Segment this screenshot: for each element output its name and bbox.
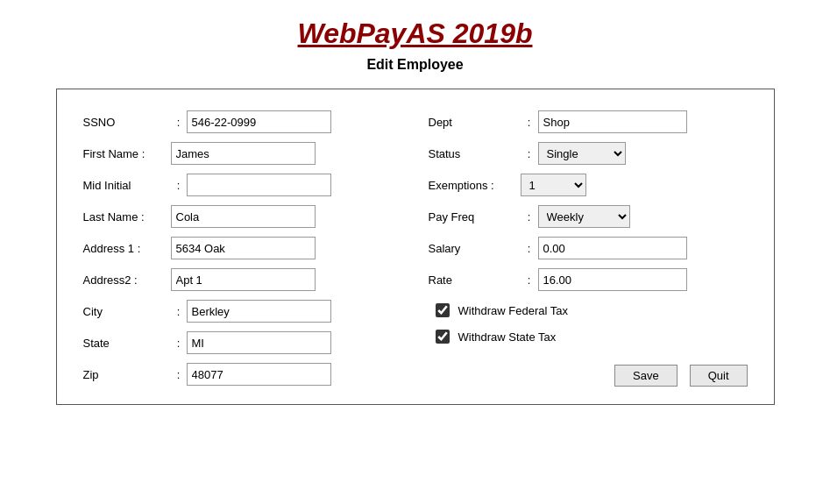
save-button[interactable]: Save bbox=[614, 365, 677, 387]
address1-input[interactable] bbox=[171, 237, 316, 259]
page-heading: Edit Employee bbox=[366, 57, 463, 73]
last-name-input[interactable] bbox=[171, 205, 316, 228]
city-input[interactable] bbox=[187, 300, 331, 323]
status-row: Status : Single Married Head of Househol… bbox=[429, 142, 748, 165]
salary-label: Salary bbox=[429, 242, 521, 255]
app-title: WebPayAS 2019b bbox=[298, 18, 533, 50]
pay-freq-label: Pay Freq bbox=[429, 210, 521, 224]
state-row: State : bbox=[83, 331, 402, 354]
withdraw-federal-label: Withdraw Federal Tax bbox=[458, 304, 568, 317]
mid-initial-row: Mid Initial : bbox=[83, 174, 402, 196]
pay-freq-select[interactable]: Weekly Bi-Weekly Semi-Monthly Monthly bbox=[538, 205, 630, 228]
right-column: Dept : Status : Single Married Head of H… bbox=[429, 110, 748, 387]
left-column: SSNO : First Name : Mid Initial : Last N… bbox=[83, 110, 402, 387]
city-row: City : bbox=[83, 300, 402, 323]
first-name-row: First Name : bbox=[83, 142, 402, 165]
address1-row: Address 1 : bbox=[83, 237, 402, 259]
withdraw-state-checkbox[interactable] bbox=[436, 330, 450, 344]
ssno-input[interactable] bbox=[187, 110, 331, 133]
button-row: Save Quit bbox=[429, 365, 748, 387]
rate-row: Rate : bbox=[429, 268, 748, 291]
last-name-label: Last Name : bbox=[83, 210, 171, 224]
exemptions-row: Exemptions : 0 1 2 3 4 5 bbox=[429, 174, 748, 196]
zip-input[interactable] bbox=[187, 363, 331, 386]
dept-label: Dept bbox=[429, 116, 521, 129]
mid-initial-label: Mid Initial bbox=[83, 179, 171, 192]
mid-initial-input[interactable] bbox=[187, 174, 331, 196]
zip-label: Zip bbox=[83, 368, 171, 381]
withdraw-state-label: Withdraw State Tax bbox=[458, 330, 557, 344]
withdraw-federal-checkbox[interactable] bbox=[436, 303, 450, 317]
rate-input[interactable] bbox=[538, 268, 687, 291]
exemptions-label: Exemptions : bbox=[429, 179, 521, 192]
first-name-label: First Name : bbox=[83, 147, 171, 160]
status-select[interactable]: Single Married Head of Household bbox=[538, 142, 626, 165]
form-container: SSNO : First Name : Mid Initial : Last N… bbox=[56, 89, 775, 405]
state-label: State bbox=[83, 337, 171, 350]
exemptions-select[interactable]: 0 1 2 3 4 5 bbox=[521, 174, 586, 196]
rate-label: Rate bbox=[429, 273, 521, 287]
dept-row: Dept : bbox=[429, 110, 748, 133]
ssno-label: SSNO bbox=[83, 116, 171, 129]
address2-row: Address2 : bbox=[83, 268, 402, 291]
salary-row: Salary : bbox=[429, 237, 748, 259]
zip-row: Zip : bbox=[83, 363, 402, 386]
state-input[interactable] bbox=[187, 331, 331, 354]
pay-freq-row: Pay Freq : Weekly Bi-Weekly Semi-Monthly… bbox=[429, 205, 748, 228]
ssno-row: SSNO : bbox=[83, 110, 402, 133]
first-name-input[interactable] bbox=[171, 142, 316, 165]
last-name-row: Last Name : bbox=[83, 205, 402, 228]
address2-input[interactable] bbox=[171, 268, 316, 291]
dept-input[interactable] bbox=[538, 110, 687, 133]
quit-button[interactable]: Quit bbox=[690, 365, 748, 387]
withdraw-state-row: Withdraw State Tax bbox=[429, 330, 748, 344]
address1-label: Address 1 : bbox=[83, 242, 171, 255]
status-label: Status bbox=[429, 147, 521, 160]
city-label: City bbox=[83, 305, 171, 318]
withdraw-federal-row: Withdraw Federal Tax bbox=[429, 303, 748, 317]
address2-label: Address2 : bbox=[83, 273, 171, 287]
salary-input[interactable] bbox=[538, 237, 687, 259]
